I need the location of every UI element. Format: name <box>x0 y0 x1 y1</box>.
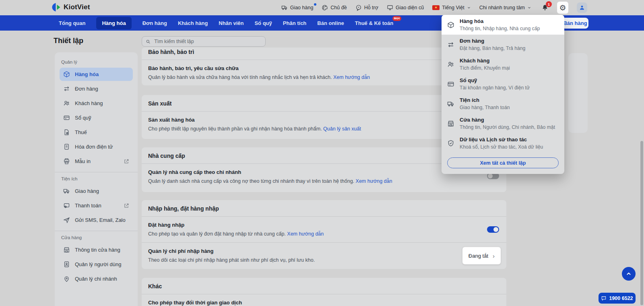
nav-ban-online[interactable]: Bán online <box>317 17 344 29</box>
nav-so-quy[interactable]: Sổ quỹ <box>254 17 272 29</box>
sidebar-item-giao-hang[interactable]: Giao hàng <box>60 184 133 198</box>
sidebar-section-label: Cửa hàng <box>61 235 131 240</box>
branch-label: Chi nhánh trung tâm <box>479 5 525 10</box>
chat-icon <box>601 296 607 301</box>
payment-icon <box>63 202 70 209</box>
sidebar-section-label: Tiện ích <box>61 176 131 181</box>
delivery-label: Giao hàng <box>290 5 314 10</box>
support-menu-item[interactable]: Hỗ trợ <box>355 4 378 11</box>
sidebar-item-gui-sms[interactable]: Gửi SMS, Email, Zalo <box>60 213 133 227</box>
sidebar-item-quan-ly-nguoi-dung[interactable]: Quản lý người dùng <box>60 258 133 271</box>
scroll-to-top-button[interactable] <box>622 267 636 281</box>
view-all-settings-button[interactable]: Xem tất cả thiết lập <box>447 157 559 168</box>
setting-desc: Theo dõi các loại chi phí nhập hàng phát… <box>148 257 500 263</box>
setting-row: Cho phép thay đổi thời gian giao dịch <box>142 294 506 306</box>
menu-item-don-hang[interactable]: Đơn hàng Đặt hàng, Bán hàng, Trả hàng <box>442 35 564 54</box>
menu-item-tien-ich[interactable]: Tiện ích Giao hàng, Thanh toán <box>442 94 564 114</box>
menu-item-so-quy[interactable]: Sổ quỹ Tài khoản ngân hàng, Ví điện tử <box>442 74 564 94</box>
send-icon <box>63 217 70 223</box>
search-input[interactable] <box>153 38 262 45</box>
help-link[interactable]: Xem hướng dẫn <box>333 74 370 80</box>
menu-item-cua-hang[interactable]: Cửa hàng Thông tin, Người dùng, Chi nhán… <box>442 114 564 133</box>
external-link-icon <box>124 203 129 209</box>
map-pin-icon <box>63 275 70 282</box>
nav-phan-tich[interactable]: Phân tích <box>283 17 307 29</box>
sidebar-item-hoa-don-dien-tu[interactable]: Hóa đơn điện tử <box>60 140 133 153</box>
section-card-nhap-hang: Nhập hàng, đặt hàng nhập Đặt hàng nhập C… <box>142 200 506 269</box>
setting-desc: Quản lý danh sách nhà cung cấp và công n… <box>148 178 500 184</box>
setting-title: Đặt hàng nhập <box>148 222 500 228</box>
nav-khach-hang[interactable]: Khách hàng <box>178 17 208 29</box>
chevron-right-icon: › <box>493 253 495 259</box>
support-label: Hỗ trợ <box>364 5 378 10</box>
cashbook-icon <box>447 81 454 88</box>
setting-row: Đặt hàng nhập Cho phép tạo và quản lý đơ… <box>142 217 506 242</box>
sidebar-item-don-hang[interactable]: Đơn hàng <box>60 82 133 95</box>
nav-hang-hoa[interactable]: Hàng hóa <box>96 17 131 29</box>
page-scrollbar[interactable] <box>640 141 643 305</box>
section-title: Khác <box>142 278 506 294</box>
logo-text: KiotViet <box>64 3 90 11</box>
chevron-down-icon <box>527 6 531 10</box>
tax-icon <box>63 129 70 136</box>
user-icon <box>579 4 585 11</box>
notification-dot <box>314 3 316 6</box>
notifications-button[interactable]: 1 <box>541 4 549 11</box>
cube-icon <box>63 71 70 78</box>
store-icon <box>63 246 70 253</box>
sidebar-item-so-quy[interactable]: Sổ quỹ <box>60 111 133 124</box>
new-badge: Mới <box>392 16 402 21</box>
sidebar-item-khach-hang[interactable]: Khách hàng <box>60 97 133 110</box>
delivery-menu-item[interactable]: Giao hàng <box>281 4 314 11</box>
old-ui-menu-item[interactable]: Giao diện cũ <box>387 4 424 11</box>
user-account-button[interactable] <box>577 2 587 13</box>
gear-icon: ⚙ <box>559 3 566 12</box>
help-link[interactable]: Xem hướng dẫn <box>287 231 324 237</box>
sidebar-section-label: Quản lý <box>61 60 131 64</box>
chevron-down-icon <box>467 6 471 10</box>
help-link[interactable]: Xem hướng dẫn <box>356 178 392 184</box>
settings-dropdown-menu: Hàng hóa Thông tin, Nhập hàng, Nhà cung … <box>442 15 564 174</box>
menu-item-du-lieu[interactable]: Dữ liệu và Lịch sử thao tác Khoá sổ, Lịc… <box>442 133 564 153</box>
cashbook-icon <box>63 114 70 121</box>
settings-sidebar: Quản lý Hàng hóa Đơn hàng Khách hàng Sổ … <box>55 52 138 306</box>
sidebar-divider <box>55 172 138 172</box>
sidebar-item-thue[interactable]: Thuế <box>60 126 133 139</box>
sell-button[interactable]: Bán hàng <box>562 18 588 29</box>
sidebar-item-mau-in[interactable]: Mẫu in <box>60 155 133 168</box>
shield-icon <box>447 140 454 147</box>
palette-icon <box>322 4 328 11</box>
menu-item-khach-hang[interactable]: Khách hàng Tích điểm, Khuyến mại <box>442 54 564 74</box>
sidebar-item-quan-ly-chi-nhanh[interactable]: Quản lý chi nhánh <box>60 272 133 285</box>
swap-icon <box>447 41 454 48</box>
settings-gear-button[interactable]: ⚙ <box>557 2 568 14</box>
hotline-button[interactable]: 1900 6522 <box>599 293 636 304</box>
sidebar-item-hang-hoa[interactable]: Hàng hóa <box>60 68 133 81</box>
sidebar-item-thong-tin-cua-hang[interactable]: Thông tin cửa hàng <box>60 243 133 256</box>
manage-production-link[interactable]: Quản lý sản xuất <box>323 126 361 132</box>
printer-icon <box>63 158 70 165</box>
purchase-order-toggle[interactable] <box>487 226 499 233</box>
sidebar-item-thanh-toan[interactable]: Thanh toán <box>60 199 133 212</box>
store-icon <box>447 120 454 127</box>
language-selector[interactable]: ★ Tiếng Việt <box>432 5 471 10</box>
setting-title: Cho phép thay đổi thời gian giao dịch <box>148 300 500 306</box>
nav-don-hang[interactable]: Đơn hàng <box>142 17 167 29</box>
chevron-up-icon <box>625 271 632 277</box>
import-cost-state-button[interactable]: Đang tắt › <box>462 247 501 265</box>
branch-selector[interactable]: Chi nhánh trung tâm <box>479 5 531 10</box>
user-card-icon <box>63 261 70 268</box>
truck-icon <box>63 188 70 194</box>
nav-thue-ke-toan[interactable]: Thuế & Kế toán Mới <box>355 17 393 29</box>
nav-tong-quan[interactable]: Tổng quan <box>59 17 85 29</box>
settings-search[interactable] <box>142 36 266 47</box>
kiotviet-logo: KiotViet <box>52 2 90 12</box>
customers-icon <box>447 61 454 68</box>
truck-icon <box>447 100 454 108</box>
language-label: Tiếng Việt <box>442 5 464 10</box>
notification-count-badge: 1 <box>546 1 552 7</box>
nav-nhan-vien[interactable]: Nhân viên <box>219 17 244 29</box>
theme-menu-item[interactable]: Chủ đề <box>322 4 347 11</box>
menu-item-hang-hoa[interactable]: Hàng hóa Thông tin, Nhập hàng, Nhà cung … <box>442 15 564 35</box>
setting-title: Quản lý chi phí nhập hàng <box>148 248 500 254</box>
